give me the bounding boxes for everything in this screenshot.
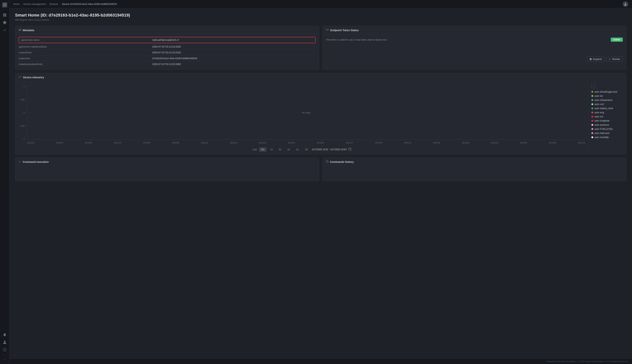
- svg-rect-1: [5, 4, 6, 5]
- top-panels-row: Metadata appVersion.name: bqf1uai03p4cop…: [15, 26, 626, 70]
- x-label-15: 19:53:39: [462, 142, 469, 144]
- svg-rect-22: [591, 58, 591, 60]
- bottom-panels-row: Command execution Commands history: [15, 158, 626, 181]
- metadata-val-1: 2020-07-31T15:13:23.033Z: [152, 51, 181, 54]
- chart-container: 1 0.50 0 -0.50 -1 No data: [19, 86, 585, 146]
- chart-controls: Last: 5m 1h 6h 1d 1w 1M 31/7/2020 19:52 …: [19, 148, 585, 152]
- status-badge: Active: [611, 38, 623, 42]
- svg-rect-19: [328, 30, 329, 30]
- sidebar-item-analytics[interactable]: [2, 27, 8, 33]
- user-avatar[interactable]: [622, 1, 628, 7]
- legend-dot-10: [591, 132, 593, 134]
- legend-item-11[interactable]: auto~humidity: [591, 136, 623, 139]
- svg-rect-2: [3, 5, 5, 6]
- x-label-14: 19:53:36: [433, 142, 440, 144]
- sidebar-item-alerts[interactable]: [2, 332, 8, 338]
- breadcrumb-device-management[interactable]: Device management: [23, 3, 46, 6]
- legend-dot-4: [591, 108, 593, 109]
- commands-history-header: Commands history: [322, 158, 626, 166]
- breadcrumb-devices[interactable]: Devices: [50, 3, 58, 6]
- legend-label-6: auto~lon: [594, 115, 603, 118]
- token-status-panel: Endpoint Token Status The token is valid…: [322, 26, 626, 70]
- sidebar: ? ‹: [0, 0, 10, 364]
- sidebar-collapse-button[interactable]: ‹: [2, 355, 8, 361]
- breadcrumb-current: Device d7e29163-b1e2-43ac-8195-b2d063194…: [62, 3, 117, 6]
- commands-history-title: Commands history: [330, 160, 354, 164]
- legend-toggle-button[interactable]: ›: [591, 84, 595, 88]
- telemetry-icon: [19, 76, 22, 79]
- revoke-button[interactable]: Revoke: [606, 57, 623, 62]
- token-actions: Suspend Revoke: [326, 57, 623, 62]
- time-btn-1m[interactable]: 1M: [303, 148, 310, 152]
- page-content: Smart Home (ID: d7e29163-b1e2-43ac-8195-…: [10, 8, 632, 358]
- footer: Powered by the Kaa IoT platform, © 2020 …: [10, 358, 632, 364]
- metadata-val-3: 2020-07-31T15:13:23.036Z: [152, 63, 181, 66]
- sidebar-item-devices[interactable]: [2, 20, 8, 26]
- chart-x-axis: 19:52:54 19:52:57 19:53:00 19:53:03 19:5…: [27, 140, 585, 146]
- legend-item-1[interactable]: auto~lat: [591, 94, 623, 98]
- legend-item-10[interactable]: auto~fuelLevel: [591, 131, 623, 135]
- app-logo[interactable]: [2, 2, 7, 8]
- svg-point-17: [326, 29, 327, 30]
- telemetry-legend: › auto~bloodSugarLevel auto~lat auto~tem…: [588, 81, 626, 154]
- grid-line-25: [27, 99, 585, 99]
- token-panel-title: Endpoint Token Status: [330, 29, 359, 32]
- sidebar-item-help[interactable]: ?: [2, 347, 8, 353]
- sidebar-item-dashboard[interactable]: [2, 12, 8, 18]
- svg-rect-25: [350, 148, 351, 148]
- time-btn-1h[interactable]: 1h: [268, 148, 275, 152]
- x-label-4: 19:53:06: [143, 142, 150, 144]
- main-content: Home › Device management › Devices › Dev…: [10, 0, 632, 364]
- legend-item-3[interactable]: auto~co2: [591, 102, 623, 106]
- command-execution-body: [15, 166, 319, 181]
- x-label-12: 19:53:30: [375, 142, 382, 144]
- legend-item-9[interactable]: auto~FUELLEVEL: [591, 127, 623, 131]
- legend-dot-6: [591, 116, 593, 118]
- x-label-9: 19:53:21: [288, 142, 295, 144]
- page-subtitle: 360 degree view of your device: [15, 18, 626, 21]
- telemetry-chart-area: 1 0.50 0 -0.50 -1 No data: [15, 81, 588, 154]
- commands-history-body: [322, 166, 626, 181]
- legend-dot-1: [591, 95, 593, 97]
- commands-history-icon: [326, 160, 328, 164]
- legend-item-7[interactable]: auto~longitude: [591, 119, 623, 123]
- svg-rect-16: [19, 30, 21, 31]
- suspend-button[interactable]: Suspend: [587, 57, 604, 62]
- svg-rect-6: [3, 15, 5, 16]
- metadata-row-2: endpointId: d7e29163-b1e2-43ac-8195-b2d0…: [19, 56, 316, 62]
- legend-label-5: auto~ecg: [594, 111, 604, 114]
- breadcrumb: Home › Device management › Devices › Dev…: [13, 3, 117, 6]
- time-btn-6h[interactable]: 6h: [277, 148, 283, 152]
- metadata-row-3: metadataUpdatedDate: 2020-07-31T15:13:23…: [19, 62, 316, 67]
- metadata-body: appVersion.name: bqf1uai03p4cop6jr3u0-v7…: [15, 34, 319, 70]
- chart-y-axis: 1 0.50 0 -0.50 -1: [19, 86, 26, 140]
- y-label-050: 0.50: [21, 98, 25, 101]
- last-label: Last:: [252, 148, 257, 151]
- breadcrumb-sep-3: ›: [60, 3, 61, 5]
- y-label-neg050: -0.50: [20, 125, 25, 127]
- legend-item-5[interactable]: auto~ecg: [591, 111, 623, 114]
- x-label-16: 19:53:42: [491, 142, 498, 144]
- legend-item-8[interactable]: auto~pressure: [591, 123, 623, 127]
- x-label-2: 19:53:00: [85, 142, 92, 144]
- metadata-key-highlighted: appVersion.name:: [21, 39, 152, 41]
- calendar-icon[interactable]: [348, 148, 351, 152]
- sidebar-item-user[interactable]: [2, 339, 8, 345]
- time-btn-1d[interactable]: 1d: [285, 148, 292, 152]
- legend-item-2[interactable]: auto~temperature: [591, 98, 623, 102]
- breadcrumb-home[interactable]: Home: [13, 3, 20, 6]
- svg-rect-3: [5, 5, 6, 6]
- time-btn-1w[interactable]: 1w: [294, 148, 301, 152]
- x-label-1: 19:52:57: [56, 142, 63, 144]
- topbar-right: [622, 1, 628, 7]
- grid-line-75: [27, 126, 585, 126]
- legend-item-4[interactable]: auto~battery_level: [591, 106, 623, 110]
- legend-label-3: auto~co2: [594, 103, 604, 106]
- token-message: The token is valid for use. It has been …: [326, 38, 611, 41]
- legend-item-0[interactable]: auto~bloodSugarLevel: [591, 90, 623, 94]
- x-label-10: 19:53:24: [317, 142, 324, 144]
- svg-rect-14: [19, 29, 21, 29]
- metadata-highlighted-row: appVersion.name: bqf1uai03p4cop6jr3u0-v7: [19, 37, 316, 43]
- legend-item-6[interactable]: auto~lon: [591, 115, 623, 118]
- time-btn-5m[interactable]: 5m: [259, 148, 267, 152]
